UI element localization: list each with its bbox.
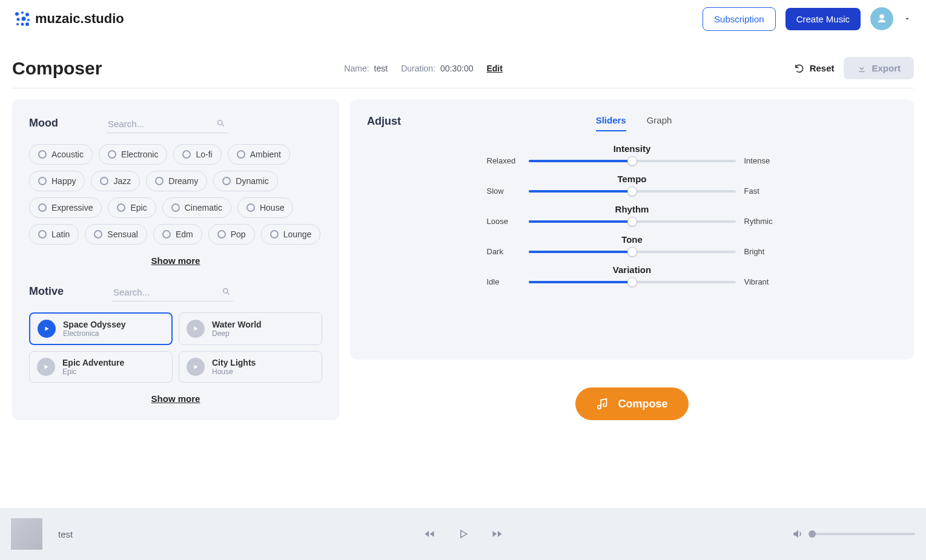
svg-point-1 [21,12,24,14]
slider-high-label: Rythmic [744,217,778,226]
volume-slider[interactable] [812,533,915,535]
svg-point-7 [21,23,24,26]
motive-play-button[interactable] [187,320,205,338]
svg-line-10 [222,124,223,126]
search-icon [216,119,225,128]
panel-adjust: Adjust Sliders Graph IntensityRelaxedInt… [350,99,914,360]
mood-chip[interactable]: Epic [108,197,156,218]
player-rewind-button[interactable] [423,528,435,540]
slider-low-label: Loose [487,217,520,226]
meta-name: Name: test [344,64,388,73]
svg-point-9 [217,120,222,125]
slider-track[interactable] [529,281,736,283]
mood-chip[interactable]: Ambient [228,144,290,165]
slider-block: IntensityRelaxedIntense [487,143,778,165]
reset-button[interactable]: Reset [794,63,835,74]
mood-chip[interactable]: Acoustic [29,144,93,165]
motive-title: Space Odyssey [63,320,126,329]
motive-card[interactable]: Epic AdventureEpic [29,351,173,383]
radio-icon [100,177,108,185]
edit-link[interactable]: Edit [486,64,502,73]
tab-graph[interactable]: Graph [647,115,672,131]
motive-card[interactable]: Space OdysseyElectronica [29,312,173,345]
slider-high-label: Fast [744,186,778,196]
user-menu-chevron[interactable] [903,15,911,23]
mood-chip[interactable]: House [237,197,293,218]
motive-card[interactable]: City LightsHouse [179,351,322,383]
volume-button[interactable] [792,528,804,540]
topbar: muzaic.studio Subscription Create Music [0,0,926,38]
svg-line-12 [227,292,229,294]
svg-point-6 [16,23,19,25]
tab-sliders[interactable]: Sliders [596,115,626,131]
page-title: Composer [12,58,102,79]
slider-name: Tempo [487,174,778,184]
mood-chip[interactable]: Expressive [29,197,102,218]
svg-point-4 [22,17,26,21]
play-icon [192,363,199,371]
radio-icon [38,230,47,239]
mood-chip[interactable]: Electronic [99,144,167,165]
mood-search-input[interactable] [107,115,228,133]
page-header: Composer Name: test Duration: 00:30:00 E… [12,57,914,88]
play-icon [192,325,199,332]
mood-chip[interactable]: Jazz [91,171,140,191]
player-forward-button[interactable] [491,528,503,540]
mood-chip[interactable]: Pop [208,224,255,245]
mood-chip[interactable]: Cinematic [162,197,231,218]
slider-track[interactable] [529,190,736,193]
play-icon [42,363,50,371]
motive-subtitle: Epic [62,367,124,376]
mood-chip[interactable]: Dynamic [213,171,277,191]
mood-chip[interactable]: Edm [153,224,202,245]
radio-icon [108,150,116,159]
mood-title: Mood [29,117,58,130]
mood-chip[interactable]: Sensual [85,224,147,245]
export-button[interactable]: Export [844,57,914,79]
mood-chip[interactable]: Latin [29,224,79,245]
create-music-button[interactable]: Create Music [785,8,861,30]
panel-mood-motive: Mood AcousticElectronicLo-fiAmbientHappy… [12,99,339,420]
mood-chip[interactable]: Dreamy [146,171,207,191]
player-artwork [11,518,42,550]
brand-logo[interactable]: muzaic.studio [15,11,124,27]
motive-show-more[interactable]: Show more [151,394,200,404]
motive-play-button[interactable] [37,358,55,376]
motive-title: Epic Adventure [62,358,124,367]
motive-search-input[interactable] [112,283,233,301]
player-bar: test [0,508,926,560]
slider-low-label: Dark [487,247,520,256]
radio-icon [171,203,180,212]
slider-track[interactable] [529,251,736,253]
motive-play-button[interactable] [38,320,56,338]
motive-subtitle: Electronica [63,329,126,338]
radio-icon [222,177,231,185]
compose-button[interactable]: Compose [575,387,688,420]
mood-chip[interactable]: Lo-fi [173,144,221,165]
radio-icon [217,230,226,239]
slider-high-label: Intense [744,156,778,165]
avatar[interactable] [870,7,893,30]
chevron-down-icon [903,15,911,23]
play-icon [457,528,469,540]
mood-chip[interactable]: Happy [29,171,85,191]
radio-icon [162,230,171,239]
slider-low-label: Slow [487,186,520,196]
player-play-button[interactable] [457,528,469,540]
svg-point-2 [25,13,29,16]
player-track-title: test [58,529,73,539]
slider-list: IntensityRelaxedIntenseTempoSlowFastRhyt… [487,143,778,286]
slider-track[interactable] [529,160,736,162]
mood-chip-list: AcousticElectronicLo-fiAmbientHappyJazzD… [29,144,322,245]
mood-show-more[interactable]: Show more [151,255,200,266]
motive-play-button[interactable] [187,358,205,376]
subscription-button[interactable]: Subscription [703,7,776,31]
slider-block: TempoSlowFast [487,174,778,196]
slider-block: RhythmLooseRythmic [487,204,778,226]
motive-card[interactable]: Water WorldDeep [179,312,322,345]
radio-icon [237,150,245,159]
mood-chip[interactable]: Lounge [261,224,321,245]
slider-track[interactable] [529,220,736,223]
svg-point-5 [27,19,30,21]
slider-name: Tone [487,234,778,245]
